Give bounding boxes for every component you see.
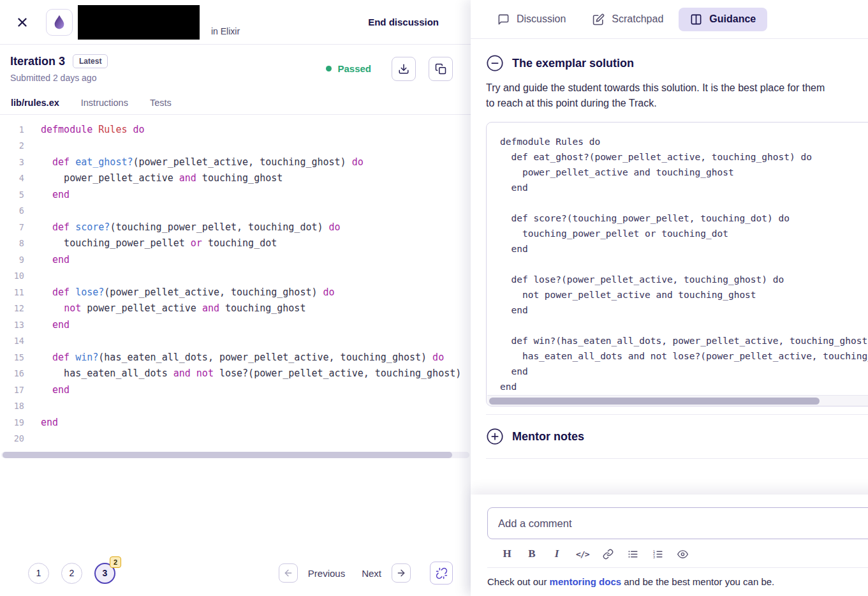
line-number: 13 <box>0 320 24 330</box>
copy-icon <box>435 63 446 75</box>
line-number: 7 <box>0 222 24 232</box>
tab-label: Scratchpad <box>612 13 663 25</box>
footer-text-suffix: and be the best mentor you can be. <box>621 576 774 587</box>
code-line: 1defmodule Rules do <box>0 121 471 138</box>
arrow-left-icon <box>283 568 293 578</box>
mentor-notes-title: Mentor notes <box>512 430 584 443</box>
code-line: 18 <box>0 398 471 415</box>
line-number: 2 <box>0 140 24 151</box>
line-number: 9 <box>0 255 24 265</box>
exemplar-description: Try and guide the student towards this s… <box>486 80 834 111</box>
previous-page-button[interactable] <box>279 563 298 583</box>
tab-file-rules[interactable]: lib/rules.ex <box>0 91 70 114</box>
close-button[interactable] <box>14 14 31 31</box>
tab-scratchpad[interactable]: Scratchpad <box>581 8 675 31</box>
code-editor: 1defmodule Rules do23 def eat_ghost?(pow… <box>0 115 471 458</box>
mentor-notes-section: Mentor notes <box>486 414 868 459</box>
end-discussion-button[interactable]: End discussion <box>368 17 439 27</box>
code-line: 12 not power_pellet_active and touching_… <box>0 301 471 317</box>
status-dot-icon <box>326 66 332 71</box>
line-number: 11 <box>0 287 24 297</box>
solution-panel: in Elixir End discussion Iteration 3 Lat… <box>0 0 471 596</box>
line-number: 17 <box>0 385 24 395</box>
expand-section-button[interactable] <box>486 428 504 445</box>
tab-instructions[interactable]: Instructions <box>70 91 139 114</box>
page-button-3[interactable]: 3 2 <box>94 563 115 584</box>
bullet-list-button[interactable] <box>627 548 638 560</box>
broken-link-icon <box>436 567 448 579</box>
tests-status: Passed <box>326 63 371 74</box>
mentoring-docs-link[interactable]: mentoring docs <box>550 576 622 587</box>
page-button-1[interactable]: 1 <box>28 563 49 584</box>
elixir-drop-icon <box>51 14 68 31</box>
code-line: 4 power_pellet_active and touching_ghost <box>0 170 471 187</box>
preview-button[interactable] <box>677 548 688 560</box>
previous-label[interactable]: Previous <box>308 568 345 579</box>
numbered-list-icon: 123 <box>652 549 663 560</box>
plus-circle-icon <box>486 428 504 445</box>
latest-badge: Latest <box>73 54 108 68</box>
page-button-2[interactable]: 2 <box>61 563 82 584</box>
line-number: 20 <box>0 433 24 443</box>
line-code: def eat_ghost?(power_pellet_active, touc… <box>24 156 364 168</box>
next-page-button[interactable] <box>392 563 411 583</box>
link-button[interactable] <box>602 548 614 560</box>
code-line: 11 def lose?(power_pellet_active, touchi… <box>0 284 471 301</box>
code-line: 20 <box>0 431 471 447</box>
code-block-scrollbar[interactable] <box>487 395 868 406</box>
tab-guidance[interactable]: Guidance <box>679 8 767 31</box>
iteration-info: Iteration 3 Latest Submitted 2 days ago <box>10 54 108 83</box>
exemplar-section-header: The exemplar solution <box>486 54 868 72</box>
comment-input[interactable] <box>487 507 868 539</box>
iteration-actions: Passed <box>326 57 453 81</box>
comment-footer: Check out our mentoring docs and be the … <box>487 568 868 596</box>
line-code: def lose?(power_pellet_active, touching_… <box>24 287 335 298</box>
line-number: 14 <box>0 336 24 346</box>
code-line: 6 <box>0 203 471 220</box>
columns-icon <box>690 13 702 26</box>
line-code: not power_pellet_active and touching_gho… <box>24 302 305 314</box>
editor-scrollbar-thumb[interactable] <box>3 452 452 458</box>
exemplar-code-block: defmodule Rules do def eat_ghost?(power_… <box>486 122 868 406</box>
unlink-button[interactable] <box>430 562 453 585</box>
collapse-section-button[interactable] <box>486 54 504 72</box>
link-icon <box>603 549 614 560</box>
download-button[interactable] <box>392 57 416 81</box>
mentor-notes-header: Mentor notes <box>486 428 868 445</box>
mentoring-workspace: in Elixir End discussion Iteration 3 Lat… <box>0 0 868 596</box>
bold-button[interactable]: B <box>526 548 538 560</box>
code-block-scrollbar-thumb[interactable] <box>489 398 820 405</box>
code-button[interactable]: </> <box>576 548 589 560</box>
pencil-icon <box>592 13 605 26</box>
tab-tests[interactable]: Tests <box>139 91 182 114</box>
editor-horizontal-scrollbar[interactable] <box>1 452 469 458</box>
line-code: power_pellet_active and touching_ghost <box>24 172 283 184</box>
line-code: defmodule Rules do <box>24 124 145 135</box>
tab-label: Guidance <box>709 13 756 25</box>
discussion-icon <box>497 13 510 26</box>
comment-area: H B I </> 123 Check out our mentoring do… <box>471 495 868 596</box>
panel-tabs: Discussion Scratchpad Guidance <box>471 0 868 39</box>
numbered-list-button[interactable]: 123 <box>652 548 663 560</box>
line-code: def score?(touching_power_pellet, touchi… <box>24 221 341 233</box>
copy-button[interactable] <box>429 57 453 81</box>
line-number: 16 <box>0 368 24 378</box>
next-label[interactable]: Next <box>362 568 381 579</box>
bullet-list-icon <box>628 549 638 560</box>
code-line: 9 end <box>0 251 471 268</box>
tab-label: Discussion <box>517 13 566 25</box>
tab-discussion[interactable]: Discussion <box>486 8 577 31</box>
file-tabs: lib/rules.ex Instructions Tests <box>0 91 471 115</box>
code-line: 16 has_eaten_all_dots and not lose?(powe… <box>0 366 471 382</box>
heading-button[interactable]: H <box>501 548 513 560</box>
code-line: 15 def win?(has_eaten_all_dots, power_pe… <box>0 349 471 366</box>
track-label: in Elixir <box>211 26 240 36</box>
line-number: 10 <box>0 271 24 281</box>
redacted-student-name <box>78 5 200 40</box>
line-number: 3 <box>0 157 24 167</box>
mentor-panel: Discussion Scratchpad Guidance The exemp… <box>471 0 868 596</box>
italic-button[interactable]: I <box>551 548 563 560</box>
code-line: 2 <box>0 138 471 154</box>
arrow-right-icon <box>396 568 406 578</box>
code-line: 7 def score?(touching_power_pellet, touc… <box>0 219 471 235</box>
